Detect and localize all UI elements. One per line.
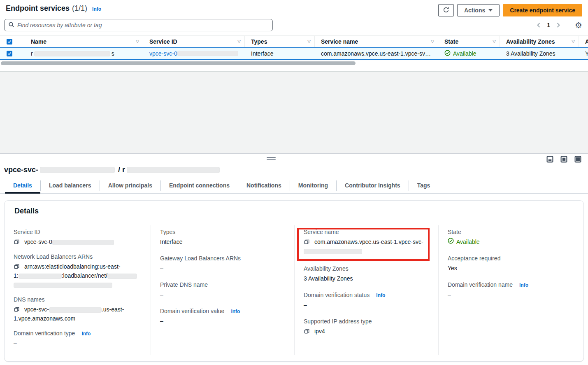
column-header-types[interactable]: Types▽ <box>245 36 315 47</box>
page-title: Endpoint services <box>6 4 70 13</box>
column-header-service-name[interactable]: Service name▽ <box>315 36 438 47</box>
field-domain-verification-name: Domain verification nameInfo – <box>448 281 575 299</box>
chevron-down-icon <box>488 9 493 12</box>
redacted-name <box>34 51 110 56</box>
panel-size-medium-icon[interactable] <box>560 156 567 163</box>
cell-service-id: vpce-svc-0 <box>143 48 245 59</box>
redacted-arn-tail <box>14 283 112 288</box>
info-link[interactable]: Info <box>81 331 91 337</box>
redacted-service-id <box>52 240 114 245</box>
field-service-name: Service name com.amazonaws.vpce.us-east-… <box>304 229 430 255</box>
column-header-state[interactable]: State▽ <box>438 36 500 47</box>
info-link[interactable]: Info <box>519 282 528 288</box>
split-panel: vpce-svc- / r Details Load balancers All… <box>0 153 588 365</box>
endpoint-services-table: Name▽ Service ID▽ Types▽ Service name▽ S… <box>0 35 588 72</box>
availability-zones-popover-link[interactable]: 3 Availability Zones <box>506 50 555 57</box>
content-background <box>0 72 588 153</box>
horizontal-scrollbar[interactable] <box>0 61 588 66</box>
tab-tags[interactable]: Tags <box>409 178 439 193</box>
refresh-button[interactable] <box>438 4 454 16</box>
copy-icon[interactable] <box>14 239 20 245</box>
details-card-heading: Details <box>5 201 583 221</box>
table-row[interactable]: rs vpce-svc-0 Interface com.amazonaws.vp… <box>0 47 588 60</box>
redacted-service-id <box>177 51 238 56</box>
create-endpoint-service-button[interactable]: Create endpoint service <box>503 4 582 16</box>
filter-icon[interactable]: ▽ <box>572 39 575 44</box>
table-footer <box>0 66 588 72</box>
page-header: Endpoint services (1/1) Info Actions Cre… <box>0 0 588 17</box>
tab-details[interactable]: Details <box>5 178 40 193</box>
header-info-link[interactable]: Info <box>92 6 101 12</box>
cell-acceptance: Y <box>579 48 588 59</box>
field-domain-verification-value: Domain verification valueInfo – <box>160 308 286 325</box>
cell-name: rs <box>25 48 143 59</box>
info-link[interactable]: Info <box>376 292 385 298</box>
pagination: 1 ⚙ <box>536 20 582 30</box>
column-header-service-id[interactable]: Service ID▽ <box>143 36 245 47</box>
search-input[interactable] <box>17 22 269 28</box>
tab-bar: Details Load balancers Allow principals … <box>0 178 588 194</box>
current-page[interactable]: 1 <box>547 22 550 28</box>
panel-size-small-icon[interactable] <box>546 156 553 163</box>
status-available-icon <box>448 237 454 246</box>
filter-icon[interactable]: ▽ <box>431 39 434 44</box>
filter-icon[interactable]: ▽ <box>136 39 139 44</box>
filter-icon[interactable]: ▽ <box>307 39 311 44</box>
scrollbar-thumb[interactable] <box>1 61 356 65</box>
filter-icon[interactable]: ▽ <box>493 39 496 44</box>
table-header-row: Name▽ Service ID▽ Types▽ Service name▽ S… <box>0 35 588 47</box>
copy-icon[interactable] <box>14 264 20 270</box>
column-header-availability-zones[interactable]: Availability Zones▽ <box>500 36 579 47</box>
search-icon <box>8 21 14 29</box>
availability-zones-popover-link[interactable]: 3 Availability Zones <box>304 275 353 282</box>
resource-count: (1/1) <box>72 4 87 13</box>
actions-button[interactable]: Actions <box>457 4 500 16</box>
copy-icon[interactable] <box>304 328 310 335</box>
row-checkbox[interactable] <box>7 51 12 56</box>
filter-icon[interactable]: ▽ <box>237 39 241 44</box>
previous-page-button[interactable] <box>536 21 542 29</box>
details-column-4: State Available Acceptance required <box>439 225 583 355</box>
copy-icon[interactable] <box>304 239 310 245</box>
endpoint-services-page: Endpoint services (1/1) Info Actions Cre… <box>0 0 588 365</box>
filter-row: 1 ⚙ <box>0 17 588 35</box>
next-page-button[interactable] <box>555 21 561 29</box>
select-all-checkbox[interactable] <box>7 39 12 44</box>
resize-drag-handle[interactable] <box>267 157 276 161</box>
field-domain-verification-status: Domain verification statusInfo – <box>304 292 430 309</box>
panel-title: vpce-svc- / r <box>0 165 588 178</box>
column-header-acceptance[interactable]: A <box>579 36 588 47</box>
redacted-service-name <box>127 167 220 173</box>
column-header-name[interactable]: Name▽ <box>25 36 143 47</box>
details-card: Details Service ID vpce-svc-0 Network Lo… <box>4 200 584 362</box>
tab-load-balancers[interactable]: Load balancers <box>41 178 100 193</box>
details-column-3: Service name com.amazonaws.vpce.us-east-… <box>295 225 439 355</box>
field-state: State Available <box>448 229 575 246</box>
field-glb-arns: Gateway Load Balancers ARNs – <box>160 255 286 273</box>
cell-availability-zones: 3 Availability Zones <box>500 48 579 59</box>
redacted-lb-name <box>107 274 137 279</box>
tab-allow-principals[interactable]: Allow principals <box>100 178 160 193</box>
tab-contributor-insights[interactable]: Contributor Insights <box>337 178 409 193</box>
field-acceptance-required: Acceptance required Yes <box>448 255 575 273</box>
search-input-wrap[interactable] <box>4 19 273 31</box>
field-service-id: Service ID vpce-svc-0 <box>14 229 142 246</box>
field-dns-names: DNS names vpce-svc-.us-east- 1.vpce.amaz… <box>14 296 142 323</box>
cell-types: Interface <box>245 48 315 59</box>
field-types: Types Interface <box>160 229 286 246</box>
info-link[interactable]: Info <box>231 309 240 314</box>
field-supported-ip: Supported IP address type ipv4 <box>304 318 430 336</box>
copy-icon[interactable] <box>14 307 20 313</box>
service-id-link[interactable]: vpce-svc-0 <box>149 50 238 57</box>
details-column-2: Types Interface Gateway Load Balancers A… <box>151 225 295 355</box>
tab-notifications[interactable]: Notifications <box>238 178 290 193</box>
field-domain-verification-type: Domain verification typeInfo – <box>14 330 142 348</box>
panel-size-large-icon[interactable] <box>574 156 581 163</box>
field-private-dns-name: Private DNS name – <box>160 281 286 299</box>
tab-monitoring[interactable]: Monitoring <box>290 178 336 193</box>
details-column-1: Service ID vpce-svc-0 Network Load Balan… <box>5 225 151 355</box>
redacted-dns <box>49 307 102 313</box>
field-nlb-arns: Network Load Balancers ARNs arn:aws:elas… <box>14 253 142 289</box>
preferences-gear-icon[interactable]: ⚙ <box>575 21 582 29</box>
tab-endpoint-connections[interactable]: Endpoint connections <box>161 178 238 193</box>
